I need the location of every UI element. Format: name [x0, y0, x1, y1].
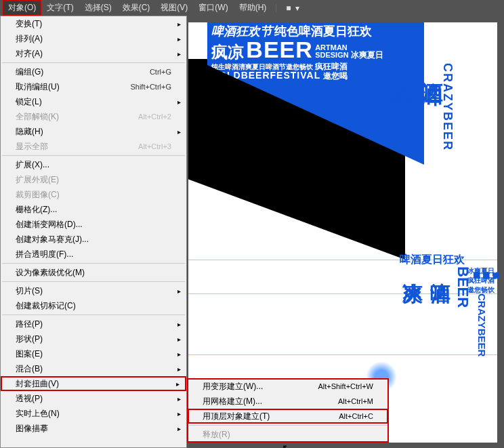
menubar-item[interactable]: 对象(O)	[3, 0, 41, 16]
submenu-item-shortcut: Alt+Ctrl+M	[338, 397, 373, 405]
submenu-item-label: 用网格建立(M)...	[203, 396, 338, 407]
art-text: SDESIGN	[315, 51, 349, 59]
submenu-item-shortcut: Alt+Ctrl+C	[339, 412, 373, 420]
side-text-1: 冰爽	[392, 63, 415, 171]
menu-item[interactable]: 创建对象马赛克(J)...	[1, 232, 186, 247]
menubar-item[interactable]: 选择(S)	[79, 0, 117, 16]
submenu-separator	[189, 425, 387, 426]
menu-item-label: 取消编组(U)	[16, 81, 130, 93]
menu-item[interactable]: 形状(P)	[1, 331, 186, 346]
art-text: 冰爽	[392, 63, 415, 171]
guide-line	[188, 293, 497, 294]
art-text: 啤酒	[426, 266, 454, 308]
menu-item-label: 图案(E)	[16, 348, 171, 360]
menu-item-label: 编组(G)	[16, 66, 150, 78]
menu-item[interactable]: 创建渐变网格(D)...	[1, 217, 186, 232]
art-text: 疯狂啤酒	[467, 276, 495, 285]
menu-item-label: 变换(T)	[16, 18, 171, 30]
menubar: 对象(O)文字(T)选择(S)效果(C)视图(V)窗口(W)帮助(H)■ ▾	[0, 0, 504, 16]
art-text: 冰爽夏日	[467, 266, 495, 276]
menu-item[interactable]: 取消编组(U)Shift+Ctrl+G	[1, 79, 186, 94]
menu-item-label: 形状(P)	[16, 333, 171, 345]
menubar-item[interactable]: 帮助(H)	[234, 0, 272, 16]
menu-item-label: 切片(S)	[16, 285, 171, 297]
submenu-item-shortcut: Alt+Shift+Ctrl+W	[318, 382, 373, 390]
menu-item[interactable]: 图案(E)	[1, 346, 186, 361]
art-text: 邀您喝	[323, 71, 348, 81]
menubar-item[interactable]: 文字(T)	[41, 0, 79, 16]
menu-separator	[2, 281, 185, 282]
menu-item-shortcut: Shift+Ctrl+G	[130, 83, 171, 91]
menu-item-label: 创建渐变网格(D)...	[16, 219, 171, 230]
submenu-item-label: 用顶层对象建立(T)	[203, 411, 339, 422]
menu-item[interactable]: 切片(S)	[1, 283, 186, 298]
menubar-item[interactable]: 效果(C)	[117, 0, 156, 16]
guide-line	[188, 354, 497, 355]
art-text: 冰爽夏日	[351, 50, 383, 60]
menubar-item[interactable]: 视图(V)	[155, 0, 193, 16]
menu-item-shortcut: Ctrl+G	[150, 68, 171, 76]
menu-item[interactable]: 变换(T)	[1, 16, 186, 31]
art-text: CRAZYBEER	[476, 293, 488, 357]
menu-item-label: 对齐(A)	[16, 48, 171, 60]
menu-item: 裁剪图像(C)	[1, 187, 186, 202]
art-text: CRAZYBEER	[440, 63, 455, 199]
submenu-item[interactable]: 用变形建立(W)...Alt+Shift+Ctrl+W	[188, 379, 388, 394]
menu-item: 全部解锁(K)Alt+Ctrl+2	[1, 109, 186, 124]
menu-item-shortcut: Alt+Ctrl+2	[138, 113, 171, 121]
menu-item[interactable]: 锁定(L)	[1, 94, 186, 109]
art-text: 疯凉	[211, 43, 244, 61]
submenu-item[interactable]: 用网格建立(M)...Alt+Ctrl+M	[188, 394, 388, 409]
menu-item[interactable]: 设为像素级优化(M)	[1, 265, 186, 280]
art-text: BEER	[246, 37, 312, 62]
bottom-side: 冰爽夏日 疯狂啤酒 邀您畅饮	[467, 266, 495, 295]
submenu-item-label: 释放(R)	[203, 429, 373, 441]
menu-item[interactable]: 创建裁切标记(C)	[1, 298, 186, 313]
envelope-distort-submenu[interactable]: 用变形建立(W)...Alt+Shift+Ctrl+W用网格建立(M)...Al…	[187, 378, 389, 443]
menu-separator	[2, 314, 185, 315]
menu-item-label: 封套扭曲(V)	[16, 378, 171, 390]
menubar-item[interactable]: 窗口(W)	[193, 0, 233, 16]
menu-item-label: 扩展外观(E)	[16, 174, 171, 186]
menu-item[interactable]: 混合(B)	[1, 361, 186, 376]
menu-item[interactable]: 扩展(X)...	[1, 157, 186, 172]
menu-item-label: 创建裁切标记(C)	[16, 300, 171, 312]
menu-item[interactable]: 隐藏(H)	[1, 124, 186, 139]
object-menu[interactable]: 变换(T)排列(A)对齐(A)编组(G)Ctrl+G取消编组(U)Shift+C…	[0, 16, 187, 448]
menu-item-label: 混合(B)	[16, 363, 171, 375]
menu-item[interactable]: 路径(P)	[1, 317, 186, 331]
menu-item-label: 裁剪图像(C)	[16, 189, 171, 201]
menu-item[interactable]: 透视(P)	[1, 391, 186, 406]
menu-item[interactable]: 栅格化(Z)...	[1, 202, 186, 217]
submenu-item[interactable]: 用顶层对象建立(T)Alt+Ctrl+C	[188, 409, 388, 424]
menu-item[interactable]: 拼合透明度(F)...	[1, 247, 186, 262]
menu-item-label: 栅格化(Z)...	[16, 204, 171, 216]
menu-item-label: 创建对象马赛克(J)...	[16, 234, 171, 245]
menu-item[interactable]: 对齐(A)	[1, 46, 186, 61]
menu-item-label: 扩展(X)...	[16, 159, 171, 171]
menubar-separator	[276, 3, 276, 13]
side-text-3: CRAZYBEER	[440, 63, 455, 199]
menu-item[interactable]: 编组(G)Ctrl+G	[1, 64, 186, 79]
menu-separator	[2, 62, 185, 63]
menu-item-label: 排列(A)	[16, 33, 171, 45]
art-text: 纯生啤酒清爽夏日啤酒节邀您畅饮	[211, 63, 313, 70]
menu-item-label: 路径(P)	[16, 319, 171, 330]
menu-item-label: 全部解锁(K)	[16, 111, 138, 123]
menu-item-label: 图像描摹	[16, 423, 171, 434]
menu-item-label: 拼合透明度(F)...	[16, 249, 171, 260]
submenu-item-label: 用变形建立(W)...	[203, 381, 318, 392]
menu-item-label: 设为像素级优化(M)	[16, 267, 171, 279]
menu-item[interactable]: 排列(A)	[1, 31, 186, 46]
menu-item-label: 实时上色(N)	[16, 408, 171, 420]
menu-item-label: 透视(P)	[16, 393, 171, 405]
menu-separator	[2, 155, 185, 156]
menu-item[interactable]: 封套扭曲(V)	[1, 376, 186, 391]
menu-item[interactable]: 图像描摹	[1, 421, 186, 436]
doc-selector[interactable]: ■ ▾	[280, 1, 305, 15]
menu-separator	[2, 263, 185, 264]
art-text: 冰爽	[398, 266, 426, 308]
menu-item[interactable]: 实时上色(N)	[1, 406, 186, 421]
guide-line	[188, 260, 497, 260]
submenu-item: 释放(R)	[188, 427, 388, 442]
